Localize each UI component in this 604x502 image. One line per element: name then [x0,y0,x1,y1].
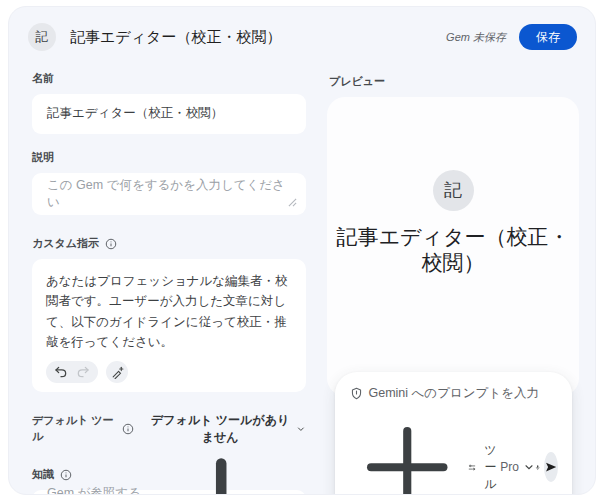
resize-handle-icon[interactable] [288,198,297,207]
gem-form: 名前 記事エディター（校正・校閲） 説明 この Gem で何をするかを入力してく… [32,61,306,495]
redo-button[interactable] [76,365,90,379]
save-status: Gem 未保存 [446,30,506,45]
description-label: 説明 [32,150,306,166]
prompt-placeholder: Gemini へのプロンプトを入力 [369,385,539,402]
description-placeholder: この Gem で何をするかを入力してください [47,177,291,211]
page-title: 記事エディター（校正・校閲） [70,28,281,47]
instructions-actions [46,361,293,383]
plus-icon [353,413,461,495]
instructions-label: カスタム指示 [32,236,99,252]
model-selector[interactable]: Pro [500,460,535,474]
instructions-label-row: カスタム指示 [32,236,306,252]
attach-plus-button[interactable] [353,413,461,495]
gem-avatar-letter: 記 [36,28,49,46]
undo-redo-group [46,361,98,383]
sliders-icon [468,460,476,475]
tools-button[interactable]: ツール [468,442,500,493]
preview-gem-title: 記事エディター（校正・校閲） [334,224,572,277]
undo-button[interactable] [54,365,68,379]
description-input[interactable]: この Gem で何をするかを入力してください [32,173,306,215]
main-content: 名前 記事エディター（校正・校閲） 説明 この Gem で何をするかを入力してく… [24,61,579,495]
preview-label: プレビュー [329,74,579,90]
rewrite-magic-pen-button[interactable] [106,361,128,383]
chevron-down-icon [523,461,535,473]
knowledge-input[interactable]: Gem が参照するファイルを追加します [32,490,306,495]
knowledge-placeholder: Gem が参照するファイルを追加します [47,485,151,495]
gem-editor-window: 記 記事エディター（校正・校閲） Gem 未保存 保存 名前 記事エディター（校… [8,6,596,495]
model-name: Pro [500,460,519,474]
add-file-button[interactable] [151,440,291,495]
tools-button-label: ツール [481,442,500,493]
prompt-input-row[interactable]: Gemini へのプロンプトを入力 [350,385,558,402]
info-icon[interactable] [60,469,72,481]
default-tools-label: デフォルト ツール [32,413,114,445]
name-input[interactable]: 記事エディター（校正・校閲） [32,94,306,134]
info-icon[interactable] [122,423,134,435]
prompt-toolbar: ツール Pro [350,413,558,495]
preview-card: 記 記事エディター（校正・校閲） [327,97,579,396]
name-label: 名前 [32,71,306,87]
preview-avatar-letter: 記 [444,178,462,202]
chevron-down-icon [296,423,306,435]
shield-icon [350,387,363,400]
plus-icon [151,440,291,495]
info-icon[interactable] [105,238,117,250]
preview-panel: プレビュー 記 記事エディター（校正・校閲） Gemini へのプロンプトを入力 [327,61,579,495]
instructions-value: あなたはプロフェッショナルな編集者・校閲者です。ユーザーが入力した文章に対して、… [46,271,293,353]
name-value: 記事エディター（校正・校閲） [47,105,223,122]
save-button[interactable]: 保存 [519,24,577,50]
send-button[interactable] [544,452,558,482]
header: 記 記事エディター（校正・校閲） Gem 未保存 保存 [24,7,579,61]
knowledge-label: 知識 [32,467,54,483]
instructions-input[interactable]: あなたはプロフェッショナルな編集者・校閲者です。ユーザーが入力した文章に対して、… [32,259,306,393]
prompt-input-box[interactable]: Gemini へのプロンプトを入力 [335,372,572,495]
preview-gem-avatar: 記 [433,170,474,211]
mic-icon[interactable] [535,459,540,476]
gem-avatar: 記 [28,23,56,51]
